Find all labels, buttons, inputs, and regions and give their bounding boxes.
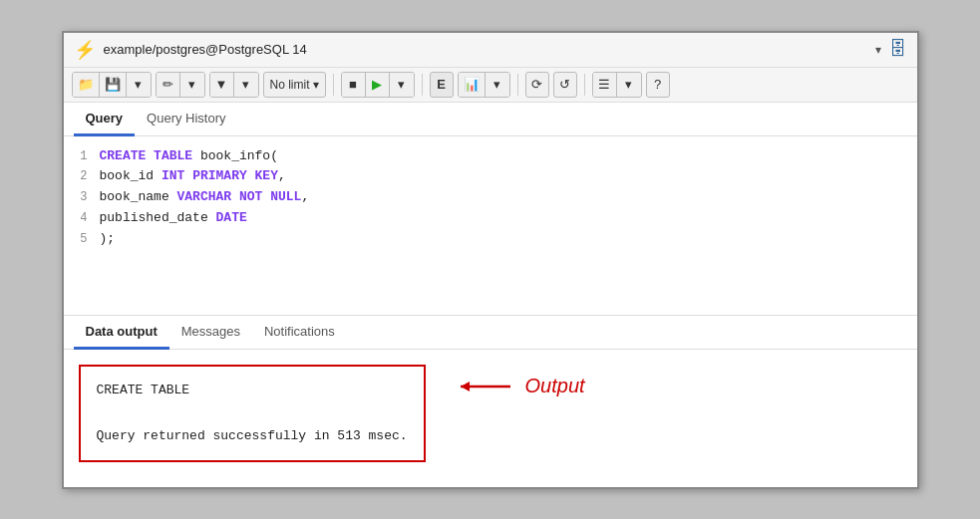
separator4 (584, 74, 585, 96)
run-stop-group: ■ ▶ ▾ (341, 72, 415, 98)
arrow-icon (456, 375, 515, 398)
run-button[interactable]: ▶ (366, 72, 390, 98)
filter-group: ▼ ▾ (209, 72, 259, 98)
separator1 (333, 74, 334, 96)
macro-dropdown[interactable]: ▾ (617, 72, 641, 98)
chart-button[interactable]: 📊 (459, 72, 486, 98)
sql-line-3: 3 book_name VARCHAR NOT NULL, (64, 187, 917, 208)
connection-name: example/postgres@PostgreSQL 14 (104, 42, 867, 57)
database-icon: 🗄 (889, 39, 907, 60)
edit-button[interactable]: ✏ (157, 72, 180, 98)
run-dropdown[interactable]: ▾ (390, 72, 414, 98)
limit-dropdown[interactable]: No limit ▾ (263, 72, 326, 98)
rollback-button[interactable]: ↺ (553, 72, 577, 98)
chart-dropdown[interactable]: ▾ (486, 72, 509, 98)
tab-notifications[interactable]: Notifications (252, 316, 347, 350)
connection-bar: ⚡ example/postgres@PostgreSQL 14 ▾ 🗄 (64, 33, 917, 68)
output-line3: Query returned successfully in 513 msec. (97, 424, 408, 447)
connection-icon: ⚡ (74, 39, 96, 61)
arrow-label-group: Output (456, 375, 585, 398)
main-window: ⚡ example/postgres@PostgreSQL 14 ▾ 🗄 📁 💾… (62, 31, 919, 489)
output-box: CREATE TABLE Query returned successfully… (79, 365, 426, 462)
open-button[interactable]: 📁 (73, 72, 100, 98)
output-area: CREATE TABLE Query returned successfully… (64, 350, 917, 477)
edit-group: ✏ ▾ (156, 72, 205, 98)
help-button[interactable]: ? (646, 72, 670, 98)
sql-line-1: 1 CREATE TABLE book_info( (64, 146, 917, 167)
output-line2 (97, 401, 408, 424)
sql-line-4: 4 published_date DATE (64, 208, 917, 229)
svg-marker-1 (461, 382, 470, 391)
result-tabs: Data output Messages Notifications (64, 316, 917, 350)
filter-dropdown[interactable]: ▾ (234, 72, 258, 98)
chart-group: 📊 ▾ (458, 72, 510, 98)
explain-button[interactable]: E (430, 72, 454, 98)
sql-editor[interactable]: 1 CREATE TABLE book_info( 2 book_id INT … (64, 136, 917, 316)
save-dropdown[interactable]: ▾ (127, 72, 151, 98)
commit-button[interactable]: ⟳ (525, 72, 549, 98)
output-line1: CREATE TABLE (97, 379, 408, 401)
output-label: Output (525, 375, 585, 397)
stop-button[interactable]: ■ (342, 72, 366, 98)
open-save-group: 📁 💾 ▾ (72, 72, 152, 98)
sql-line-5: 5 ); (64, 229, 917, 250)
query-tabs: Query Query History (64, 103, 917, 136)
edit-dropdown[interactable]: ▾ (180, 72, 204, 98)
separator3 (517, 74, 518, 96)
tab-messages[interactable]: Messages (169, 316, 252, 350)
save-button[interactable]: 💾 (100, 72, 127, 98)
sql-line-2: 2 book_id INT PRIMARY KEY, (64, 166, 917, 187)
connection-dropdown[interactable]: ▾ (875, 43, 881, 57)
macro-group: ☰ ▾ (592, 72, 642, 98)
separator2 (422, 74, 423, 96)
tab-query-history[interactable]: Query History (135, 103, 237, 136)
tab-data-output[interactable]: Data output (74, 316, 169, 350)
macro-button[interactable]: ☰ (593, 72, 617, 98)
tab-query[interactable]: Query (74, 103, 136, 136)
toolbar: 📁 💾 ▾ ✏ ▾ ▼ ▾ No limit ▾ ■ ▶ ▾ E 📊 ▾ ⟳ (64, 68, 917, 103)
filter-button[interactable]: ▼ (210, 72, 234, 98)
